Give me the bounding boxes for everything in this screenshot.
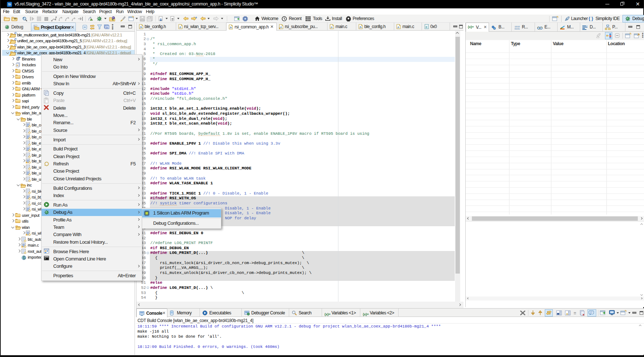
svg-text:.c: .c: [279, 26, 282, 29]
svg-text:.c: .c: [179, 26, 181, 29]
svg-text:0101: 0101: [515, 28, 520, 30]
svg-text:.h: .h: [229, 26, 232, 29]
svg-text:x=: x=: [539, 28, 541, 30]
svg-text:.c: .c: [330, 26, 333, 29]
svg-text:c: c: [426, 25, 427, 29]
svg-text:Si: Si: [106, 26, 108, 29]
svg-text:.h: .h: [359, 26, 362, 29]
svg-text:h: h: [17, 64, 19, 67]
svg-text:.h: .h: [139, 26, 142, 29]
svg-text:.c: .c: [397, 26, 400, 29]
